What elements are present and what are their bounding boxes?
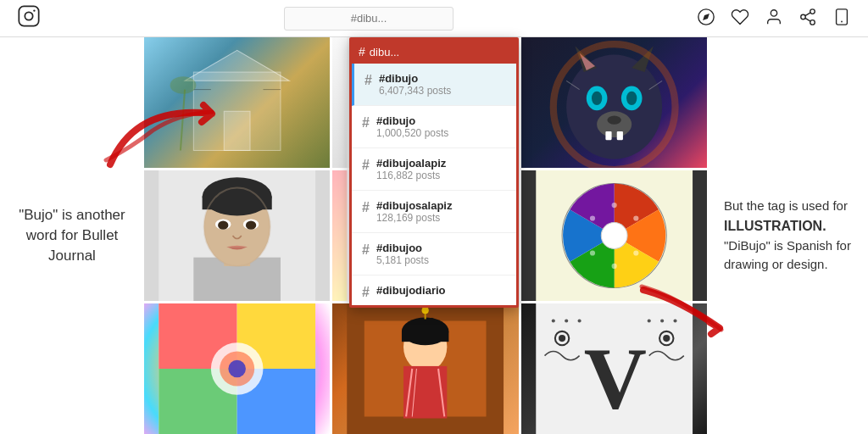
- dropdown-item-count-5: 5,181 posts: [376, 254, 429, 266]
- dropdown-item-tag-6: #dibujodiario: [376, 284, 446, 297]
- svg-point-8: [810, 19, 815, 24]
- dropdown-item-content-6: #dibujodiario: [376, 284, 446, 297]
- svg-line-10: [805, 12, 810, 15]
- grid-cell-wolf[interactable]: [521, 37, 707, 168]
- svg-point-1: [25, 12, 32, 19]
- annotation-left-text: "Bujo" is another word for Bullet Journa…: [17, 205, 127, 265]
- hash-icon-1: #: [364, 72, 372, 88]
- svg-rect-49: [203, 197, 272, 209]
- grid-cell-colorful[interactable]: [521, 170, 707, 301]
- hash-icon-2: #: [362, 114, 370, 131]
- grid-cell-portrait2[interactable]: [144, 170, 330, 301]
- svg-rect-13: [193, 72, 281, 150]
- hash-icon-3: #: [362, 157, 370, 173]
- dropdown-item-count-4: 128,169 posts: [376, 212, 453, 224]
- svg-point-79: [633, 215, 638, 220]
- svg-point-29: [566, 55, 662, 159]
- header-icons: [697, 8, 851, 30]
- svg-rect-100: [402, 331, 448, 342]
- dropdown-search-input[interactable]: [370, 46, 512, 58]
- dropdown-item-tag-2: #dibujo: [376, 114, 448, 127]
- dropdown-item-2[interactable]: # #dibujo 1,000,520 posts: [352, 106, 516, 148]
- app-header: [0, 0, 868, 37]
- svg-marker-4: [703, 14, 709, 20]
- svg-point-36: [626, 92, 637, 105]
- dropdown-item-5[interactable]: # #dibujoo 5,181 posts: [352, 233, 516, 275]
- grid-cell-bottom3[interactable]: V: [521, 303, 707, 434]
- svg-point-110: [565, 319, 568, 322]
- dropdown-item-content-4: #dibujosalapiz 128,169 posts: [376, 199, 453, 224]
- person-icon[interactable]: [765, 8, 783, 30]
- grid-cell-bottom1[interactable]: [144, 303, 330, 434]
- svg-point-78: [611, 203, 616, 208]
- dropdown-item-1[interactable]: # #dibujo 6,407,343 posts: [352, 64, 516, 106]
- dropdown-item-tag-3: #dibujoalapiz: [376, 157, 446, 170]
- hash-icon-5: #: [362, 242, 370, 258]
- main-content: "Bujo" is another word for Bullet Journa…: [0, 37, 868, 434]
- svg-line-18: [181, 90, 185, 151]
- dropdown-item-content-2: #dibujo 1,000,520 posts: [376, 114, 448, 139]
- svg-rect-15: [224, 111, 250, 150]
- annotation-left: "Bujo" is another word for Bullet Journa…: [0, 37, 144, 434]
- svg-point-38: [607, 115, 620, 124]
- svg-line-9: [805, 18, 810, 21]
- hash-icon-4: #: [362, 199, 370, 215]
- phone-icon[interactable]: [832, 8, 851, 30]
- svg-point-102: [422, 307, 429, 314]
- svg-rect-39: [605, 131, 611, 140]
- svg-point-91: [228, 360, 246, 378]
- svg-point-106: [559, 335, 565, 342]
- svg-point-35: [592, 92, 602, 105]
- svg-point-7: [801, 14, 806, 19]
- dropdown-item-3[interactable]: # #dibujoalapiz 116,882 posts: [352, 148, 516, 191]
- heart-icon[interactable]: [731, 8, 749, 30]
- dropdown-item-tag-4: #dibujosalapiz: [376, 199, 453, 212]
- svg-point-109: [551, 319, 554, 322]
- svg-rect-40: [616, 131, 622, 140]
- dropdown-item-6[interactable]: # #dibujodiario: [352, 275, 516, 305]
- svg-point-81: [611, 264, 616, 269]
- svg-point-82: [590, 250, 595, 255]
- dropdown-search-bar: #: [352, 40, 516, 64]
- svg-point-83: [590, 215, 595, 220]
- compass-icon[interactable]: [697, 8, 715, 30]
- dropdown-item-tag-1: #dibujo: [379, 72, 451, 85]
- dropdown-item-count-2: 1,000,520 posts: [376, 127, 448, 139]
- svg-point-19: [170, 76, 197, 94]
- dropdown-item-content-5: #dibujoo 5,181 posts: [376, 242, 429, 266]
- search-dropdown[interactable]: # # #dibujo 6,407,343 posts # #dibujo 1,…: [349, 37, 519, 308]
- svg-point-48: [203, 177, 272, 215]
- dropdown-item-4[interactable]: # #dibujosalapiz 128,169 posts: [352, 191, 516, 233]
- search-input[interactable]: [284, 7, 453, 31]
- svg-point-2: [33, 9, 35, 11]
- svg-point-114: [673, 319, 676, 322]
- svg-point-108: [663, 335, 670, 342]
- svg-point-77: [601, 223, 627, 249]
- svg-point-112: [647, 319, 650, 322]
- dropdown-item-content-1: #dibujo 6,407,343 posts: [379, 72, 451, 97]
- dropdown-item-count-1: 6,407,343 posts: [379, 85, 451, 97]
- svg-point-5: [771, 9, 776, 15]
- dropdown-item-count-3: 116,882 posts: [376, 170, 446, 181]
- annotation-right: But the tag is used for ILLUSTRATION. "D…: [707, 37, 868, 434]
- svg-point-53: [246, 221, 256, 230]
- share-icon[interactable]: [798, 8, 817, 30]
- svg-point-113: [660, 319, 664, 322]
- dropdown-item-content-3: #dibujoalapiz 116,882 posts: [376, 157, 446, 181]
- annotation-right-text: But the tag is used for ILLUSTRATION. "D…: [724, 197, 851, 275]
- svg-point-80: [633, 250, 638, 255]
- grid-cell-church[interactable]: [144, 37, 330, 168]
- grid-cell-bottom2[interactable]: [332, 303, 518, 434]
- svg-point-111: [577, 319, 581, 322]
- dropdown-item-tag-5: #dibujoo: [376, 242, 429, 254]
- instagram-logo: [17, 4, 41, 33]
- svg-text:V: V: [583, 331, 646, 426]
- svg-point-52: [218, 221, 228, 230]
- svg-marker-14: [185, 50, 289, 81]
- svg-rect-0: [19, 6, 38, 25]
- hash-icon-6: #: [362, 284, 370, 300]
- svg-point-6: [810, 8, 815, 14]
